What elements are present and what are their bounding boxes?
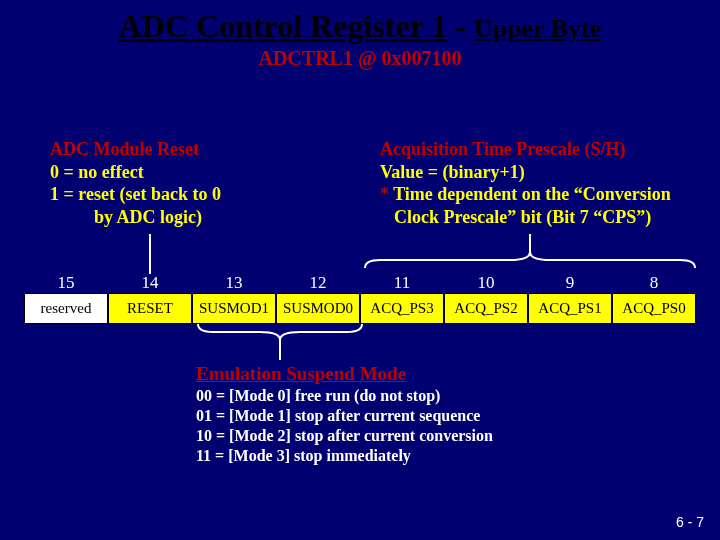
bit-cell-acqps2: ACQ_PS2 [444,293,528,324]
bit-num: 10 [444,273,528,293]
slide-title: ADC Control Register 1 - Upper Byte [0,0,720,45]
emul-line1: 00 = [Mode 0] free run (do not stop) [196,386,493,406]
page-number: 6 - 7 [676,514,704,530]
bit-num: 9 [528,273,612,293]
acq-heading: Acquisition Time Prescale (S/H) [380,138,700,161]
bit-cell-acqps3: ACQ_PS3 [360,293,444,324]
bit-num: 15 [24,273,108,293]
acq-line1: Value = (binary+1) [380,161,700,184]
bit-cell-reserved: reserved [24,293,108,324]
bit-cell-reset: RESET [108,293,192,324]
reset-heading: ADC Module Reset [50,138,350,161]
bit-table: 15 14 13 12 11 10 9 8 reserved RESET SUS… [24,273,696,324]
bit-cells-row: reserved RESET SUSMOD1 SUSMOD0 ACQ_PS3 A… [24,293,696,324]
bit-cell-acqps1: ACQ_PS1 [528,293,612,324]
emulation-suspend-block: Emulation Suspend Mode 00 = [Mode 0] fre… [196,362,493,466]
emul-heading: Emulation Suspend Mode [196,362,493,386]
acq-line3: Clock Prescale” bit (Bit 7 “CPS”) [380,206,700,229]
title-main: ADC Control Register 1 [119,8,448,44]
bit-num: 8 [612,273,696,293]
acq-description: Acquisition Time Prescale (S/H) Value = … [380,138,700,228]
bit-numbers-row: 15 14 13 12 11 10 9 8 [24,273,696,293]
bit-num: 11 [360,273,444,293]
title-dash: - [447,8,474,44]
reset-line1: 0 = no effect [50,161,350,184]
emul-line2: 01 = [Mode 1] stop after current sequenc… [196,406,493,426]
bit-num: 13 [192,273,276,293]
emul-line4: 11 = [Mode 3] stop immediately [196,446,493,466]
register-address: ADCTRL1 @ 0x007100 [0,47,720,70]
acq-line2: * Time dependent on the “Conversion [380,183,700,206]
emul-line3: 10 = [Mode 2] stop after current convers… [196,426,493,446]
bit-num: 12 [276,273,360,293]
reset-line2: 1 = reset (set back to 0 [50,183,350,206]
bit-cell-susmod0: SUSMOD0 [276,293,360,324]
reset-line3: by ADC logic) [50,206,350,229]
bit-cell-acqps0: ACQ_PS0 [612,293,696,324]
bit-num: 14 [108,273,192,293]
bit-cell-susmod1: SUSMOD1 [192,293,276,324]
reset-description: ADC Module Reset 0 = no effect 1 = reset… [50,138,350,228]
title-sub: Upper Byte [474,14,601,43]
